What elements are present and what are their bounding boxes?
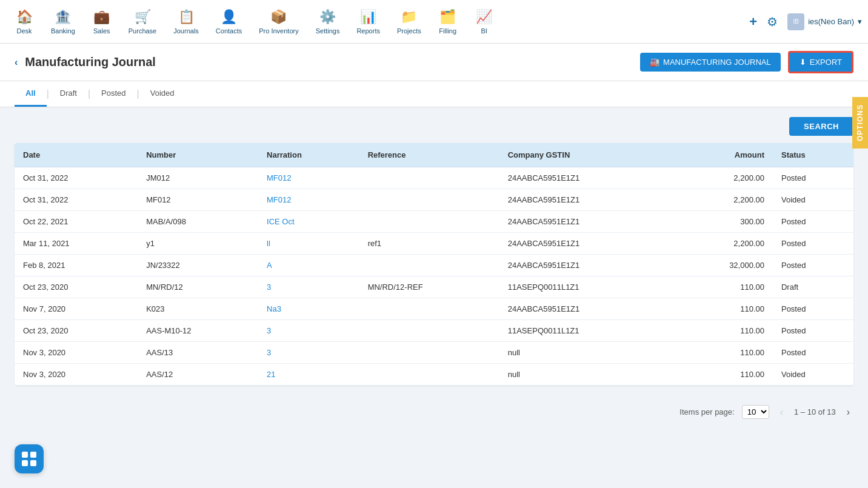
factory-icon: 🏭 [650, 58, 659, 67]
cell-narration[interactable]: MF012 [258, 167, 359, 189]
search-button[interactable]: SEARCH [789, 117, 853, 136]
cell-status: Posted [773, 255, 853, 276]
items-per-page-select[interactable]: 10 25 50 [742, 405, 769, 419]
sales-icon: 💼 [93, 9, 110, 25]
table-row: Nov 7, 2020K023Na324AABCA5951E1Z1110.00P… [15, 298, 853, 320]
nav-item-banking[interactable]: 🏦 Banking [42, 4, 84, 39]
cell-company_gstin: 24AABCA5951E1Z1 [499, 189, 672, 211]
purchase-label: Purchase [129, 27, 156, 35]
table-body: Oct 31, 2022JM012MF01224AABCA5951E1Z12,2… [15, 167, 853, 386]
cell-date: Oct 31, 2022 [15, 167, 138, 189]
cell-number: AAS/12 [138, 364, 258, 386]
nav-item-reports[interactable]: 📊 Reports [348, 4, 389, 39]
nav-items: 🏠 Desk 🏦 Banking 💼 Sales 🛒 Purchase 📋 Jo… [6, 4, 749, 39]
download-icon: ⬇ [800, 58, 806, 67]
cell-status: Posted [773, 342, 853, 364]
user-menu[interactable]: IB ies(Neo Ban) ▾ [787, 13, 862, 30]
nav-item-desk[interactable]: 🏠 Desk [6, 4, 42, 39]
cell-company_gstin: 24AABCA5951E1Z1 [499, 298, 672, 320]
cell-narration[interactable]: 3 [258, 276, 359, 298]
tab-posted[interactable]: Posted [90, 81, 136, 107]
settings-icon[interactable]: ⚙ [767, 15, 778, 29]
bi-label: BI [481, 27, 487, 35]
back-button[interactable]: ‹ [15, 57, 18, 68]
desk-label: Desk [16, 27, 32, 35]
cell-company_gstin: 24AABCA5951E1Z1 [499, 233, 672, 255]
cell-reference [359, 298, 499, 320]
cell-narration[interactable]: ICE Oct [258, 211, 359, 233]
options-tab[interactable]: OPTIONS [852, 97, 868, 149]
reports-label: Reports [356, 27, 380, 35]
export-button[interactable]: ⬇ EXPORT [788, 51, 853, 73]
table-row: Oct 31, 2022MF012MF01224AABCA5951E1Z12,2… [15, 189, 853, 211]
cell-reference: MN/RD/12-REF [359, 276, 499, 298]
cell-date: Nov 7, 2020 [15, 298, 138, 320]
purchase-icon: 🛒 [135, 9, 151, 25]
manufacturing-journal-button[interactable]: 🏭 MANUFACTURING JOURNAL [640, 53, 781, 72]
settings-icon: ⚙️ [319, 9, 336, 25]
cell-narration[interactable]: Na3 [258, 298, 359, 320]
cell-reference [359, 255, 499, 276]
table-row: Oct 22, 2021MAB/A/098ICE Oct24AABCA5951E… [15, 211, 853, 233]
cell-narration[interactable]: 3 [258, 342, 359, 364]
chevron-down-icon: ▾ [858, 17, 862, 26]
sales-label: Sales [93, 27, 110, 35]
tab-all[interactable]: All [15, 81, 47, 107]
cell-narration[interactable]: ll [258, 233, 359, 255]
cell-number: K023 [138, 298, 258, 320]
cell-number: MF012 [138, 189, 258, 211]
cell-date: Oct 31, 2022 [15, 189, 138, 211]
search-bar: SEARCH [15, 117, 853, 136]
banking-icon: 🏦 [55, 9, 71, 25]
cell-status: Voided [773, 364, 853, 386]
cell-date: Nov 3, 2020 [15, 364, 138, 386]
pagination-arrow-left[interactable]: ‹ [776, 406, 787, 419]
pagination-arrow-right[interactable]: › [843, 406, 853, 419]
cell-number: JN/23322 [138, 255, 258, 276]
cell-reference [359, 364, 499, 386]
cell-date: Mar 11, 2021 [15, 233, 138, 255]
table-row: Nov 3, 2020AAS/133null110.00Posted [15, 342, 853, 364]
col-header-reference: Reference [359, 143, 499, 167]
bi-icon: 📈 [476, 9, 492, 25]
pro-inventory-icon: 📦 [270, 9, 287, 25]
items-per-page-label: Items per page: [679, 407, 734, 416]
col-header-status: Status [773, 143, 853, 167]
cell-amount: 110.00 [672, 364, 773, 386]
table-section: SEARCH DateNumberNarrationReferenceCompa… [0, 107, 868, 395]
page-header: ‹ Manufacturing Journal 🏭 MANUFACTURING … [0, 44, 868, 81]
cell-narration[interactable]: 21 [258, 364, 359, 386]
cell-amount: 110.00 [672, 298, 773, 320]
nav-item-journals[interactable]: 📋 Journals [165, 4, 207, 39]
nav-item-filling[interactable]: 🗂️ Filling [430, 4, 466, 39]
cell-reference [359, 320, 499, 342]
reports-icon: 📊 [360, 9, 376, 25]
cell-amount: 300.00 [672, 211, 773, 233]
banking-label: Banking [51, 27, 75, 35]
tab-voided[interactable]: Voided [139, 81, 185, 107]
tab-draft[interactable]: Draft [49, 81, 88, 107]
cell-narration[interactable]: 3 [258, 320, 359, 342]
cell-number: AAS/13 [138, 342, 258, 364]
filling-label: Filling [439, 27, 456, 35]
col-header-number: Number [138, 143, 258, 167]
cell-narration[interactable]: A [258, 255, 359, 276]
cell-date: Oct 23, 2020 [15, 276, 138, 298]
nav-item-pro-inventory[interactable]: 📦 Pro Inventory [250, 4, 307, 39]
cell-number: MAB/A/098 [138, 211, 258, 233]
nav-item-sales[interactable]: 💼 Sales [84, 4, 120, 39]
nav-item-purchase[interactable]: 🛒 Purchase [120, 4, 165, 39]
contacts-icon: 👤 [221, 9, 237, 25]
table-row: Oct 23, 2020AAS-M10-12311ASEPQ0011L1Z111… [15, 320, 853, 342]
nav-item-projects[interactable]: 📁 Projects [389, 4, 430, 39]
add-button[interactable]: + [749, 14, 757, 30]
cell-narration[interactable]: MF012 [258, 189, 359, 211]
journals-label: Journals [173, 27, 199, 35]
nav-item-contacts[interactable]: 👤 Contacts [207, 4, 250, 39]
nav-item-settings[interactable]: ⚙️ Settings [307, 4, 349, 39]
nav-item-bi[interactable]: 📈 BI [466, 4, 502, 39]
desk-icon: 🏠 [16, 9, 33, 25]
cell-amount: 2,200.00 [672, 233, 773, 255]
cell-amount: 110.00 [672, 320, 773, 342]
data-table: DateNumberNarrationReferenceCompany GSTI… [15, 143, 853, 386]
